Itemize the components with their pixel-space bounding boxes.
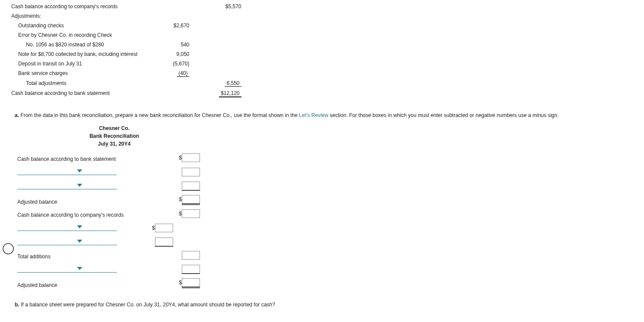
- input-adjusted-balance-bank[interactable]: [182, 195, 200, 204]
- chevron-down-icon: [77, 169, 82, 172]
- input-cash-bank[interactable]: [182, 153, 200, 162]
- form-header-title: Bank Reconciliation: [15, 132, 214, 140]
- error-line2: No. 1056 as $820 instead of $280: [9, 40, 140, 49]
- total-adjustments-value: 6,550: [225, 80, 241, 87]
- input-adjusted-balance-co[interactable]: [182, 278, 200, 287]
- outstanding-checks-label: Outstanding checks: [9, 21, 140, 30]
- part-b-letter: b.: [15, 302, 19, 308]
- form-adjusted-balance-bank-label: Adjusted balance: [15, 193, 149, 207]
- cash-balance-bank-label: Cash balance according to bank statement: [9, 88, 140, 99]
- answer-form: Cash balance according to bank statement…: [15, 151, 203, 290]
- service-charge-label: Bank service charges: [9, 68, 140, 78]
- error-line1: Error by Chesner Co. in recording Check: [9, 30, 140, 40]
- part-b-text: If a balance sheet were prepared for Che…: [21, 302, 275, 308]
- deposit-label: Deposit in transit on July 31: [9, 59, 140, 68]
- form-cash-company-label: Cash balance according to company's reco…: [15, 207, 149, 220]
- form-total-additions-label: Total additions: [15, 249, 149, 262]
- part-a-text-1: From the data in this bank reconciliatio…: [20, 112, 299, 118]
- outstanding-checks-value: $2,670: [140, 21, 192, 30]
- dropdown-co-adj-1[interactable]: [17, 222, 117, 231]
- adjustments-label: Adjustments:: [9, 11, 140, 21]
- form-adjusted-balance-co-label: Adjusted balance: [15, 276, 149, 290]
- error-value: 540: [140, 40, 192, 49]
- part-a-letter: a.: [15, 112, 19, 118]
- dropdown-co-adj-3[interactable]: [17, 264, 117, 273]
- input-total-additions[interactable]: [182, 251, 200, 260]
- input-bank-adj-1[interactable]: [182, 168, 200, 176]
- step-circle-icon: [3, 243, 14, 254]
- service-charge-value: (40): [177, 70, 189, 77]
- deposit-value: (5,670): [140, 59, 192, 68]
- cash-balance-bank-value: $12,120: [219, 90, 241, 98]
- chevron-down-icon: [77, 267, 82, 270]
- input-cash-company[interactable]: [182, 209, 200, 218]
- lets-review-link[interactable]: Let's Review: [299, 112, 328, 118]
- chevron-down-icon: [77, 240, 82, 243]
- form-cash-bank-label: Cash balance according to bank statement: [15, 151, 149, 164]
- dropdown-bank-adj-2[interactable]: [17, 181, 117, 189]
- total-adjustments-label: Total adjustments: [9, 78, 140, 88]
- cash-balance-company-value: $5,570: [192, 2, 244, 11]
- dropdown-co-adj-2[interactable]: [17, 237, 117, 245]
- chevron-down-icon: [77, 184, 82, 187]
- input-co-adj-2-sub[interactable]: [155, 237, 173, 246]
- part-a-text-2: section. For those boxes in which you mu…: [328, 112, 559, 118]
- dropdown-bank-adj-1[interactable]: [17, 166, 117, 175]
- form-header-date: July 31, 20Y4: [15, 140, 214, 148]
- given-reconciliation: Cash balance according to company's reco…: [9, 2, 244, 99]
- input-co-adj-1-sub[interactable]: [155, 224, 173, 232]
- note-value: 9,050: [140, 49, 192, 59]
- chevron-down-icon: [77, 225, 82, 228]
- form-header-company: Chesner Co.: [15, 124, 214, 132]
- input-co-adj-3[interactable]: [182, 265, 200, 273]
- cash-balance-company-label: Cash balance according to company's reco…: [9, 2, 140, 11]
- note-label: Note for $8,700 collected by bank, inclu…: [9, 49, 140, 59]
- input-bank-adj-2[interactable]: [182, 182, 200, 190]
